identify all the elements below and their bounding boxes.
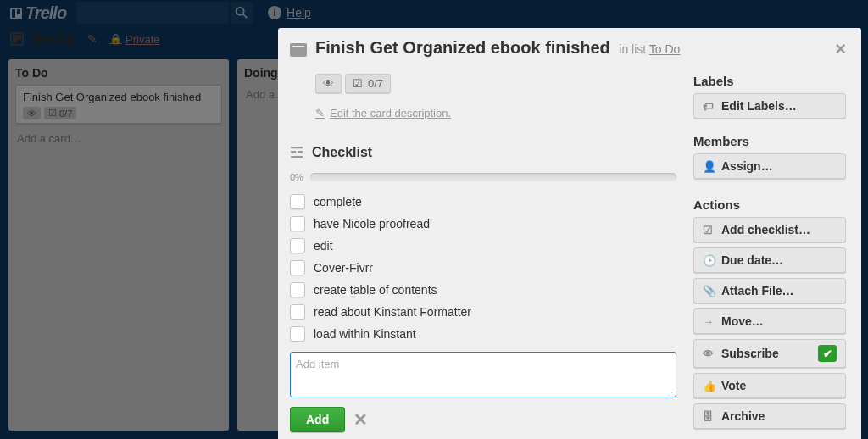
card-title[interactable]: Finish Get Organized ebook finished	[315, 38, 610, 57]
checkbox[interactable]	[290, 304, 305, 320]
checkbox[interactable]	[290, 216, 305, 231]
card-header-icon	[290, 43, 307, 57]
progress-bar	[310, 173, 676, 181]
close-icon[interactable]: ×	[835, 38, 846, 60]
edit-labels-label: Edit Labels…	[721, 99, 797, 113]
checklist-item[interactable]: complete	[290, 191, 676, 213]
vote-label: Vote	[721, 379, 746, 392]
checklist-item-text: have Nicole proofread	[314, 217, 430, 231]
checklist-icon: ☑	[703, 224, 715, 236]
detail-badges: 👁 ☑0/7	[315, 74, 676, 93]
assign-button[interactable]: 👤Assign…	[693, 153, 846, 179]
subscribe-label: Subscribe	[721, 347, 779, 360]
checklist-item[interactable]: Cover-Fivrr	[290, 257, 676, 279]
due-date-button[interactable]: 🕒Due date…	[693, 247, 846, 273]
edit-description-link[interactable]: ✎ Edit the card description.	[315, 107, 676, 119]
archive-icon: 🗄	[703, 410, 715, 423]
checklist-item[interactable]: load within Kinstant	[290, 323, 676, 345]
pencil-icon: ✎	[315, 107, 325, 119]
edit-description-label: Edit the card description.	[330, 107, 451, 119]
progress-percent: 0%	[290, 172, 303, 182]
checklist-item-text: Cover-Fivrr	[314, 261, 373, 275]
in-list-text: in list To Do	[619, 42, 680, 56]
checklist-section-icon: ☲	[290, 143, 303, 162]
checkbox[interactable]	[290, 260, 305, 275]
checklist-item-text: read about Kinstant Formatter	[314, 305, 471, 319]
person-icon: 👤	[703, 160, 715, 173]
checklist-item[interactable]: create table of contents	[290, 279, 676, 301]
add-checklist-label: Add checklist…	[721, 223, 810, 236]
add-item-button[interactable]: Add	[290, 407, 345, 432]
clock-icon: 🕒	[703, 254, 715, 267]
checkbox[interactable]	[290, 282, 305, 297]
checklist-badge-button[interactable]: ☑0/7	[345, 74, 391, 93]
labels-heading: Labels	[693, 74, 846, 88]
in-list-link[interactable]: To Do	[649, 42, 681, 56]
checklist-item[interactable]: read about Kinstant Formatter	[290, 301, 676, 323]
archive-button[interactable]: 🗄Archive	[693, 403, 846, 429]
checklist-icon: ☑	[353, 77, 363, 90]
cancel-add-item-icon[interactable]: ✕	[353, 409, 368, 430]
checklist-item-text: load within Kinstant	[314, 327, 416, 341]
add-item-input[interactable]	[290, 352, 676, 397]
edit-labels-button[interactable]: 🏷Edit Labels…	[693, 93, 846, 119]
move-button[interactable]: →Move…	[693, 308, 846, 334]
card-detail-modal: Finish Get Organized ebook finished in l…	[278, 28, 861, 439]
checkbox[interactable]	[290, 194, 305, 209]
members-heading: Members	[693, 134, 846, 148]
checklist-count: 0/7	[368, 77, 383, 90]
thumbs-up-icon: 👍	[703, 380, 715, 392]
due-date-label: Due date…	[721, 253, 783, 267]
eye-icon: 👁	[323, 77, 334, 90]
arrow-right-icon: →	[703, 315, 715, 328]
checklist-section: ☲ Checklist 0% complete have Nicole proo…	[290, 143, 676, 432]
checklist-title[interactable]: Checklist	[312, 145, 372, 160]
attach-file-button[interactable]: 📎Attach File…	[693, 278, 846, 303]
checklist-item[interactable]: have Nicole proofread	[290, 213, 676, 235]
checkbox[interactable]	[290, 238, 305, 253]
checkbox[interactable]	[290, 326, 305, 342]
tag-icon: 🏷	[703, 100, 715, 113]
subscribe-button[interactable]: 👁Subscribe✔	[693, 339, 846, 368]
checklist-item-text: complete	[314, 195, 362, 208]
eye-icon: 👁	[703, 347, 715, 360]
checklist-item-text: edit	[314, 239, 333, 253]
move-label: Move…	[721, 314, 764, 328]
add-item-area: ⋰ Add ✕	[290, 352, 676, 432]
paperclip-icon: 📎	[703, 285, 715, 297]
checklist-item[interactable]: edit	[290, 235, 676, 257]
subscribed-check-icon: ✔	[818, 345, 837, 362]
actions-heading: Actions	[693, 197, 846, 212]
checklist-header: ☲ Checklist	[290, 143, 676, 162]
checklist-items: complete have Nicole proofread edit Cove…	[290, 191, 676, 345]
modal-header: Finish Get Organized ebook finished in l…	[290, 38, 846, 60]
modal-sidebar: Labels 🏷Edit Labels… Members 👤Assign… Ac…	[693, 69, 846, 434]
watch-badge-button[interactable]: 👁	[315, 74, 342, 93]
checklist-item-text: create table of contents	[314, 283, 437, 297]
add-checklist-button[interactable]: ☑Add checklist…	[693, 217, 846, 242]
modal-main-column: 👁 ☑0/7 ✎ Edit the card description. ☲ Ch…	[290, 69, 693, 434]
vote-button[interactable]: 👍Vote	[693, 373, 846, 398]
attach-label: Attach File…	[721, 284, 794, 297]
assign-label: Assign…	[721, 159, 773, 173]
archive-label: Archive	[721, 409, 765, 423]
checklist-progress: 0%	[290, 172, 676, 182]
